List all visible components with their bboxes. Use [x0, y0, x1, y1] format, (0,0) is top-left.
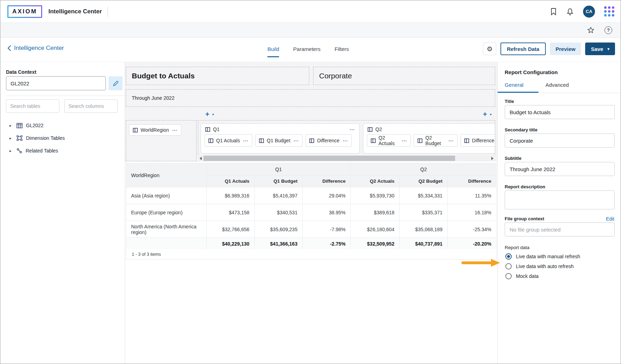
- scroll-left-arrow[interactable]: [198, 155, 203, 161]
- dimension-tables-icon: [17, 135, 22, 141]
- radio-live-data-manual-refresh[interactable]: Live data with manual refresh: [505, 253, 580, 260]
- cell-value: $473,158: [206, 204, 254, 221]
- cell-value: 11.35%: [448, 187, 497, 204]
- column-group-q1[interactable]: Q1 ••• Q1 Actuals ••• Q1 Budget •••: [201, 123, 360, 154]
- column-chip-q2-difference[interactable]: Difference •••: [460, 134, 495, 147]
- help-icon[interactable]: ?: [604, 26, 612, 34]
- subtitle-field-label: Subtitle: [505, 156, 522, 161]
- columns-horizontal-scrollbar[interactable]: [198, 155, 495, 161]
- radio-mock-data[interactable]: Mock data: [505, 273, 539, 279]
- more-options-icon[interactable]: •••: [343, 139, 348, 142]
- report-subtitle-block[interactable]: Through June 2022: [126, 89, 495, 107]
- more-options-icon[interactable]: •••: [244, 139, 248, 142]
- column-chip-q2-actuals[interactable]: Q2 Actuals •••: [367, 134, 411, 147]
- scroll-right-arrow[interactable]: [490, 155, 495, 161]
- tab-advanced[interactable]: Advanced: [538, 79, 579, 93]
- column-chip-q1-budget[interactable]: Q1 Budget •••: [255, 134, 303, 147]
- preview-button[interactable]: Preview: [550, 43, 581, 55]
- title-input[interactable]: [505, 105, 615, 119]
- radio-button-icon[interactable]: [505, 263, 512, 269]
- report-title-block[interactable]: Budget to Actuals: [126, 67, 309, 85]
- report-canvas: Budget to Actuals Corporate Through June…: [125, 62, 497, 364]
- cell-value: $340,531: [254, 204, 303, 221]
- row-label: Asia (Asia region): [126, 187, 207, 204]
- cell-value: $26,180,604: [351, 221, 400, 238]
- radio-option-label: Live data with auto refresh: [516, 264, 574, 269]
- table-column-header: Q1 Budget: [254, 175, 303, 187]
- axiom-logo[interactable]: AXIOM: [7, 5, 42, 18]
- add-column-field-button[interactable]: + ▾: [483, 111, 492, 118]
- table-row: Asia (Asia region) $6,989,316 $5,416,397…: [126, 187, 497, 204]
- notifications-bell-icon[interactable]: [566, 8, 574, 15]
- scrollbar-thumb[interactable]: [203, 156, 455, 161]
- table-column-header: Difference: [448, 175, 497, 187]
- tree-item-gl2022[interactable]: ▸ GL2022: [0, 119, 125, 132]
- secondary-toolbar: ?: [0, 23, 621, 38]
- chip-label: Difference: [472, 138, 494, 143]
- chip-label: Difference: [317, 138, 339, 143]
- settings-gear-icon[interactable]: ⚙: [483, 43, 496, 55]
- column-icon: [205, 127, 210, 132]
- more-options-icon[interactable]: •••: [402, 139, 407, 142]
- radio-button-icon[interactable]: [505, 273, 512, 279]
- file-group-context-label: File group context: [505, 216, 544, 221]
- radio-live-data-auto-refresh[interactable]: Live data with auto refresh: [505, 263, 574, 269]
- favorite-star-icon[interactable]: [587, 26, 595, 34]
- search-tables-input[interactable]: [6, 99, 59, 113]
- cell-value: $335,371: [400, 204, 448, 221]
- radio-button-icon[interactable]: [505, 253, 512, 260]
- app-title: Intelligence Center: [48, 8, 102, 15]
- secondary-title-field-label: Secondary title: [505, 127, 537, 132]
- cell-value: $5,334,331: [400, 187, 448, 204]
- tab-parameters[interactable]: Parameters: [293, 46, 321, 57]
- table-group-header-q1: Q1: [206, 163, 351, 175]
- more-options-icon[interactable]: •••: [294, 139, 299, 142]
- bookmark-icon[interactable]: [550, 8, 557, 15]
- report-secondary-title-block[interactable]: Corporate: [313, 67, 495, 85]
- row-field-chip-worldregion[interactable]: WorldRegion •••: [129, 124, 181, 136]
- tab-build[interactable]: Build: [267, 46, 279, 57]
- data-context-input[interactable]: [6, 76, 106, 90]
- file-group-input[interactable]: [505, 222, 615, 236]
- column-group-q2[interactable]: Q2 ••• Q2 Actuals ••• Q2 Budget •••: [363, 123, 495, 154]
- save-dropdown-caret-icon[interactable]: ▾: [607, 47, 609, 51]
- save-button[interactable]: Save ▾: [585, 43, 615, 55]
- column-icon: [133, 128, 138, 132]
- app-window: AXIOM Intelligence Center CA ?: [0, 0, 621, 364]
- secondary-title-input[interactable]: [505, 134, 615, 148]
- scrollbar-track[interactable]: [203, 155, 490, 161]
- subtitle-input[interactable]: [505, 162, 615, 176]
- column-chip-q2-budget[interactable]: Q2 Budget •••: [414, 134, 458, 147]
- report-description-textarea[interactable]: [505, 190, 615, 209]
- edit-data-context-button[interactable]: [109, 76, 123, 90]
- column-icon: [418, 138, 422, 143]
- pencil-icon: [113, 80, 119, 86]
- more-options-icon[interactable]: •••: [449, 139, 454, 142]
- app-switcher-icon[interactable]: [604, 6, 614, 17]
- cell-value: -25.34%: [448, 221, 497, 238]
- tab-general[interactable]: General: [498, 79, 538, 93]
- column-icon: [309, 138, 314, 143]
- row-fields-zone[interactable]: WorldRegion •••: [126, 120, 196, 161]
- cell-value: 38.95%: [303, 204, 351, 221]
- tab-filters[interactable]: Filters: [335, 46, 349, 57]
- expand-caret-icon[interactable]: ▸: [9, 149, 13, 153]
- edit-file-group-link[interactable]: Edit: [606, 216, 614, 222]
- table-row-header: WorldRegion: [126, 163, 207, 187]
- column-chip-q1-difference[interactable]: Difference •••: [305, 134, 352, 147]
- column-chip-q1-actuals[interactable]: Q1 Actuals •••: [205, 134, 252, 147]
- refresh-data-button[interactable]: Refresh Data: [500, 43, 546, 55]
- more-options-icon[interactable]: •••: [350, 128, 355, 131]
- expand-caret-icon[interactable]: ▸: [9, 136, 13, 141]
- user-avatar[interactable]: CA: [583, 6, 595, 18]
- table-row: Europe (Europe region) $473,158 $340,531…: [126, 204, 497, 221]
- plus-icon: +: [205, 111, 209, 118]
- add-row-field-button[interactable]: + ▾: [205, 111, 214, 118]
- more-options-icon[interactable]: •••: [173, 129, 177, 132]
- tree-item-dimension-tables[interactable]: ▸ Dimension Tables: [0, 132, 125, 144]
- expand-caret-icon[interactable]: ▸: [9, 123, 13, 128]
- search-columns-input[interactable]: [64, 99, 118, 113]
- tree-item-related-tables[interactable]: ▸ Related Tables: [0, 144, 125, 157]
- totals-spacer: [126, 238, 207, 250]
- back-link[interactable]: Intelligence Center: [7, 45, 64, 52]
